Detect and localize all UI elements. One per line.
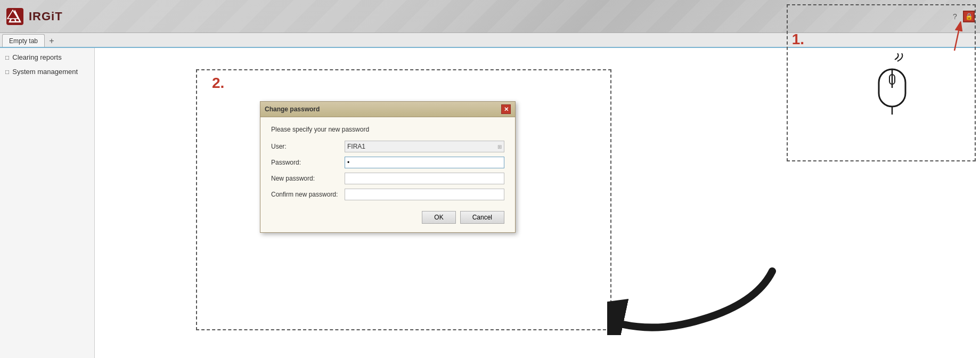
ok-button[interactable]: OK — [422, 211, 455, 224]
sidebar: □ Clearing reports □ System management — [0, 48, 95, 358]
lock-button[interactable]: 🔒 — [963, 11, 975, 22]
sidebar-item-clearing-reports[interactable]: □ Clearing reports — [0, 50, 94, 64]
change-password-dialog: Change password ✕ Please specify your ne… — [260, 101, 516, 233]
logo-area: ⟨ IRGiT — [5, 7, 63, 26]
password-input[interactable] — [345, 157, 504, 168]
sidebar-item-label-1: Clearing reports — [12, 53, 62, 61]
main-layout: □ Clearing reports □ System management 2… — [0, 48, 980, 358]
dialog-body: Please specify your new password User: F… — [260, 117, 515, 232]
user-field-icon: ⊞ — [497, 144, 502, 150]
plus-icon: + — [49, 36, 54, 46]
step2-label: 2. — [212, 75, 224, 92]
dialog-titlebar: Change password ✕ — [260, 102, 515, 117]
dialog-close-button[interactable]: ✕ — [501, 104, 511, 114]
user-value-text: FIRA1 — [347, 143, 365, 150]
new-password-input[interactable] — [345, 173, 504, 184]
dialog-subtitle: Please specify your new password — [271, 126, 504, 133]
lock-icon: 🔒 — [965, 13, 973, 20]
sidebar-item-label-2: System management — [12, 68, 78, 76]
step1-label: 1. — [792, 31, 804, 48]
folder-icon-1: □ — [5, 54, 9, 61]
confirm-password-input[interactable] — [345, 189, 504, 200]
curved-arrow-svg — [607, 261, 778, 335]
user-value-display: FIRA1 ⊞ — [345, 141, 504, 152]
logo-icon: ⟨ — [5, 7, 24, 26]
confirm-row: Confirm new password: — [271, 189, 504, 200]
folder-icon-2: □ — [5, 68, 9, 76]
dialog-form: User: FIRA1 ⊞ Password: New password: — [271, 141, 504, 200]
tab-bar: Empty tab + — [0, 33, 980, 48]
cancel-button[interactable]: Cancel — [460, 211, 504, 224]
close-icon: ✕ — [504, 106, 509, 113]
tab-empty[interactable]: Empty tab — [2, 34, 45, 47]
password-label: Password: — [271, 159, 340, 166]
new-password-label: New password: — [271, 175, 340, 182]
help-button[interactable]: ? — [949, 11, 961, 22]
logo-text: IRGiT — [29, 10, 63, 23]
tab-label: Empty tab — [9, 37, 38, 45]
top-right-icons: ? 🔒 — [949, 11, 975, 22]
confirm-label: Confirm new password: — [271, 191, 340, 198]
content-area: 2. Change password ✕ Please specify your… — [95, 48, 980, 358]
dialog-buttons: OK Cancel — [271, 211, 504, 224]
help-icon: ? — [953, 12, 957, 21]
dialog-title: Change password — [265, 105, 320, 113]
tab-add-button[interactable]: + — [46, 35, 58, 47]
sidebar-item-system-management[interactable]: □ System management — [0, 64, 94, 79]
password-row: Password: — [271, 157, 504, 168]
new-password-row: New password: — [271, 173, 504, 184]
top-bar: ⟨ IRGiT ? 🔒 — [0, 0, 980, 33]
big-arrow — [607, 261, 778, 337]
user-label: User: — [271, 143, 340, 150]
user-row: User: FIRA1 ⊞ — [271, 141, 504, 152]
